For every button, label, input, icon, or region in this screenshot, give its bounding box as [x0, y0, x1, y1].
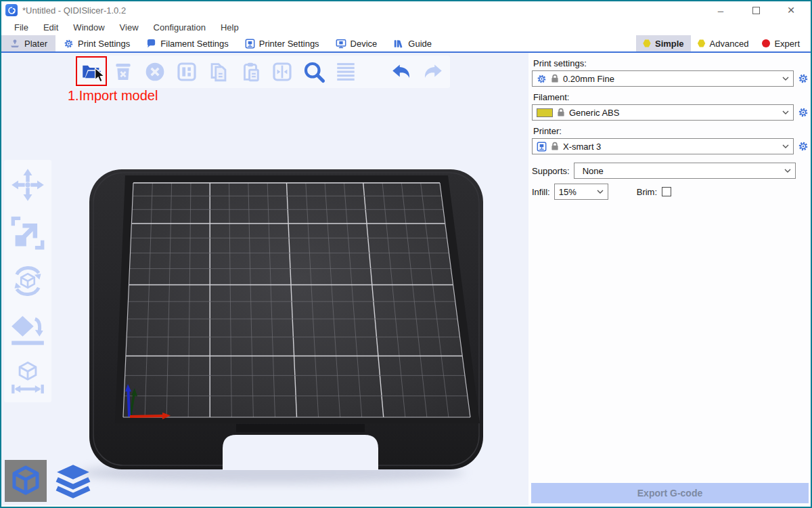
gear-icon: [537, 74, 547, 84]
tab-print-settings[interactable]: Print Settings: [55, 35, 138, 51]
measure-button[interactable]: [8, 358, 47, 397]
redo-button[interactable]: [420, 59, 446, 85]
3d-editor-view-button[interactable]: [5, 460, 47, 502]
yellow-hexagon-icon: [698, 39, 706, 47]
chevron-down-icon: [782, 144, 789, 148]
viewport-toolbar: [74, 56, 450, 88]
infill-value: 15%: [559, 187, 593, 197]
filament-combo[interactable]: Generic ABS: [532, 104, 794, 121]
annotation-import-model: 1.Import model: [68, 88, 158, 104]
undo-button[interactable]: [388, 59, 414, 85]
tab-guide[interactable]: Guide: [385, 35, 440, 51]
copy-icon: [207, 60, 230, 83]
place-on-face-button[interactable]: [8, 310, 47, 349]
printer-label: Printer:: [533, 126, 809, 136]
export-gcode-button[interactable]: Export G-code: [531, 483, 809, 503]
gear-icon: [798, 73, 809, 84]
print-settings-combo[interactable]: 0.20mm Fine: [532, 70, 794, 87]
place-on-face-icon: [10, 312, 45, 347]
filament-value: Generic ABS: [569, 108, 778, 118]
menu-view[interactable]: View: [112, 19, 146, 35]
lock-icon: [551, 142, 559, 151]
monitor-icon: [336, 39, 346, 49]
menu-window[interactable]: Window: [66, 19, 112, 35]
tab-plater[interactable]: Plater: [1, 35, 55, 51]
print-settings-label: Print settings:: [533, 58, 809, 68]
supports-combo[interactable]: None: [574, 163, 796, 179]
paste-icon: [239, 60, 262, 83]
menu-edit[interactable]: Edit: [36, 19, 66, 35]
paste-button[interactable]: [238, 59, 263, 85]
filament-icon: [146, 39, 156, 49]
layers-list-button[interactable]: [333, 59, 359, 85]
mode-simple[interactable]: Simple: [636, 35, 691, 51]
tab-bar: Plater Print Settings Filament Settings …: [1, 35, 811, 53]
delete-button[interactable]: [110, 59, 136, 85]
trash-icon: [112, 61, 134, 83]
print-settings-gear-button[interactable]: [797, 73, 809, 84]
supports-label: Supports:: [532, 166, 570, 176]
filament-gear-button[interactable]: [797, 107, 809, 118]
books-icon: [393, 39, 404, 49]
lock-icon: [551, 74, 559, 83]
chevron-down-icon: [782, 77, 789, 81]
delete-all-button[interactable]: [142, 59, 168, 85]
rotate-icon: [10, 263, 45, 299]
redo-icon: [421, 60, 445, 84]
menu-file[interactable]: File: [7, 19, 36, 35]
chevron-down-icon: [597, 190, 604, 194]
title-bar: *Untitled - QIDISlicer-1.0.2 – ×: [1, 1, 811, 19]
search-icon: [302, 60, 326, 84]
gear-icon: [798, 107, 809, 118]
split-button[interactable]: [269, 59, 295, 85]
tab-device[interactable]: Device: [328, 35, 386, 51]
window-title: *Untitled - QIDISlicer-1.0.2: [22, 5, 126, 16]
brim-label: Brim:: [637, 187, 657, 197]
gear-icon: [798, 141, 809, 152]
measure-icon: [10, 360, 45, 395]
settings-panel: Print settings: 0.20mm Fine Filament: Ge…: [528, 53, 811, 505]
printer-value: X-smart 3: [563, 142, 778, 152]
printer-combo[interactable]: X-smart 3: [532, 138, 794, 154]
infill-label: Infill:: [532, 187, 550, 197]
rotate-button[interactable]: [8, 261, 47, 301]
close-button[interactable]: ×: [782, 3, 800, 17]
lock-icon: [557, 108, 565, 117]
brim-checkbox[interactable]: [662, 187, 671, 196]
layers-stack-icon: [55, 463, 91, 499]
infill-combo[interactable]: 15%: [554, 184, 608, 200]
printer-icon: [245, 39, 255, 49]
tab-filament-settings[interactable]: Filament Settings: [138, 35, 236, 51]
move-icon: [10, 167, 45, 203]
search-button[interactable]: [301, 59, 327, 85]
arrange-button[interactable]: [174, 59, 200, 85]
split-window-icon: [271, 61, 293, 83]
filament-color-swatch: [537, 108, 553, 117]
app-logo-icon: [5, 4, 18, 16]
menu-bar: File Edit Window View Configuration Help: [1, 19, 811, 35]
menu-help[interactable]: Help: [213, 19, 246, 35]
tab-printer-settings[interactable]: Printer Settings: [237, 35, 328, 51]
maximize-button[interactable]: [747, 3, 765, 17]
gizmo-toolbar: [4, 160, 51, 402]
filament-label: Filament:: [533, 92, 809, 102]
mode-advanced[interactable]: Advanced: [691, 35, 756, 51]
mode-switcher: Simple Advanced Expert: [636, 35, 811, 51]
menu-configuration[interactable]: Configuration: [146, 19, 213, 35]
3d-viewport[interactable]: 1.Import model: [1, 53, 528, 505]
mode-expert[interactable]: Expert: [755, 35, 807, 51]
yellow-hexagon-icon: [643, 39, 651, 47]
supports-value: None: [579, 166, 780, 176]
minimize-button[interactable]: –: [712, 3, 729, 17]
red-circle-icon: [762, 39, 770, 47]
preview-layers-button[interactable]: [52, 460, 94, 502]
copy-button[interactable]: [206, 59, 231, 85]
move-button[interactable]: [8, 165, 47, 205]
cube-3d-icon: [9, 465, 42, 497]
print-settings-value: 0.20mm Fine: [563, 74, 778, 84]
circle-x-icon: [144, 61, 166, 83]
chevron-down-icon: [782, 110, 789, 114]
printer-icon: [537, 142, 547, 152]
printer-gear-button[interactable]: [797, 141, 809, 152]
scale-button[interactable]: [8, 213, 47, 253]
